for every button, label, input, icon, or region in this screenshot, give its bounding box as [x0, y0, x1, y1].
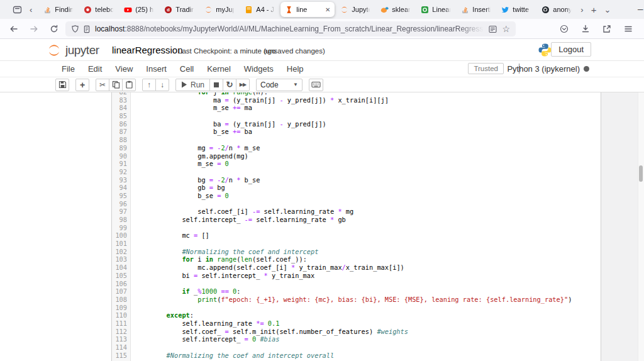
code-line-93[interactable]: bg = -2/n * b_se: [131, 176, 601, 184]
logout-button[interactable]: Logout: [551, 42, 591, 57]
code-line-91[interactable]: m_se = 0: [131, 160, 601, 168]
scroll-tabs-left-icon[interactable]: ‹: [26, 6, 36, 14]
close-tab-icon[interactable]: ✕: [325, 6, 330, 13]
code-line-97[interactable]: self.coef_[i] -= self.learning_rate * mg: [131, 208, 601, 216]
browser-tab-anony[interactable]: anony: [537, 2, 576, 17]
code-line-88[interactable]: [131, 136, 601, 144]
move-up-button[interactable]: ↑: [142, 79, 156, 91]
browser-tab-line[interactable]: line✕: [280, 2, 335, 17]
cell-type-select[interactable]: Code▼: [256, 79, 303, 91]
browser-tab-jupyte[interactable]: Jupyte: [336, 2, 375, 17]
menu-hamburger-icon[interactable]: [618, 25, 639, 33]
browser-tab-25-h[interactable]: (25) h: [119, 2, 158, 17]
browser-tab-sklear[interactable]: sklear: [376, 2, 415, 17]
paste-button[interactable]: [122, 79, 136, 91]
menu-file[interactable]: File: [62, 64, 75, 74]
tab-overview-icon[interactable]: [9, 5, 26, 14]
tracking-shield-icon[interactable]: [71, 25, 79, 33]
code-line-89[interactable]: mg = -2/n * m_se: [131, 144, 601, 152]
code-line-113[interactable]: self.intercept_ = 0 #bias: [131, 335, 601, 343]
reload-icon[interactable]: [44, 25, 64, 33]
browser-tab-tradin[interactable]: dTradin: [160, 2, 199, 17]
browser-tab-inserti[interactable]: Inserti: [457, 2, 496, 17]
menu-help[interactable]: Help: [287, 64, 304, 74]
bookmark-star-icon[interactable]: ☆: [502, 25, 510, 33]
code-line-106[interactable]: [131, 280, 601, 288]
downloads-icon[interactable]: [575, 25, 596, 33]
code-line-103[interactable]: for i in range(len(self.coef_)):: [131, 255, 601, 264]
code-line-102[interactable]: #Normalizing the coef and intercept: [131, 248, 601, 256]
code-line-87[interactable]: b_se += ba: [131, 128, 601, 136]
forward-icon[interactable]: [24, 25, 44, 33]
interrupt-button[interactable]: [209, 79, 223, 91]
browser-tab-twitte[interactable]: twitte: [497, 2, 536, 17]
code-line-104[interactable]: mc.append(self.coef_[i] * y_train_max/x_…: [131, 264, 601, 272]
new-tab-icon[interactable]: +: [587, 5, 601, 14]
code-line-83[interactable]: ma = (y_train[j] - y_pred[j]) * x_train[…: [131, 96, 601, 104]
menu-cell[interactable]: Cell: [180, 64, 194, 74]
scrollbar-thumb[interactable]: [639, 165, 643, 182]
line-number: 115: [112, 352, 130, 360]
code-line-99[interactable]: [131, 224, 601, 232]
code-line-109[interactable]: [131, 304, 601, 312]
code-editor[interactable]: for j in range(n): ma = (y_train[j] - y_…: [131, 92, 601, 361]
back-icon[interactable]: [4, 25, 24, 33]
kernel-name[interactable]: Python 3 (ipykernel): [507, 64, 580, 74]
command-palette-button[interactable]: [309, 79, 323, 91]
page-info-icon[interactable]: [83, 25, 91, 33]
restart-run-all-button[interactable]: ▶▶: [236, 79, 250, 91]
menu-widgets[interactable]: Widgets: [244, 64, 274, 74]
move-down-button[interactable]: ↓: [155, 79, 169, 91]
browser-tab-a4-j[interactable]: A4 - J: [240, 2, 279, 17]
code-line-92[interactable]: [131, 168, 601, 176]
url-bar[interactable]: localhost:8888/notebooks/myJupyterWorld/…: [65, 21, 516, 36]
menu-edit[interactable]: Edit: [88, 64, 102, 74]
browser-tab-telebo[interactable]: telebo: [79, 2, 118, 17]
reader-view-icon[interactable]: [489, 25, 497, 33]
jupyter-logo[interactable]: jupyter: [47, 43, 99, 58]
code-cell[interactable]: 8283848586878889909192939495969798991001…: [111, 92, 601, 361]
code-line-101[interactable]: [131, 240, 601, 248]
code-line-90[interactable]: gm.append(mg): [131, 152, 601, 160]
pocket-icon[interactable]: [553, 25, 575, 33]
code-line-112[interactable]: self.coef_ = self.m_init(self.number_of_…: [131, 328, 601, 336]
browser-tab-findin[interactable]: Findin: [39, 2, 78, 17]
add-cell-button[interactable]: +: [75, 79, 89, 91]
menu-view[interactable]: View: [115, 64, 133, 74]
tab-label: anony: [553, 6, 572, 13]
save-button[interactable]: [55, 79, 69, 91]
code-line-107[interactable]: if _%1000 == 0:: [131, 287, 601, 296]
code-line-105[interactable]: bi = self.intercept_ * y_train_max: [131, 272, 601, 280]
code-line-115[interactable]: #Normalizing the coef and intercept over…: [131, 352, 601, 360]
browser-tab-linear[interactable]: Linear: [416, 2, 455, 17]
code-line-100[interactable]: mc = []: [131, 231, 601, 240]
code-line-98[interactable]: self.intercept_ -= self.learning_rate * …: [131, 216, 601, 224]
code-line-110[interactable]: except:: [131, 311, 601, 319]
code-line-95[interactable]: b_se = 0: [131, 192, 601, 200]
list-all-tabs-icon[interactable]: ⌄: [600, 6, 614, 14]
scroll-tabs-right-icon[interactable]: ›: [577, 6, 587, 14]
code-line-108[interactable]: print(f"epoch: {_+1}, weight: {mc}, bias…: [131, 296, 601, 304]
code-line-96[interactable]: [131, 200, 601, 208]
copy-button[interactable]: [109, 79, 123, 91]
code-line-111[interactable]: self.learning_rate *= 0.1: [131, 319, 601, 328]
run-button[interactable]: Run: [175, 79, 210, 91]
tab-label: Linear: [432, 6, 451, 13]
add-cell-icon: +: [80, 80, 85, 90]
trusted-badge[interactable]: Trusted: [468, 63, 504, 74]
menu-insert[interactable]: Insert: [146, 64, 167, 74]
notebook-title[interactable]: linearRegression: [112, 45, 183, 55]
code-line-114[interactable]: [131, 343, 601, 352]
menu-kernel[interactable]: Kernel: [207, 64, 231, 74]
cut-button[interactable]: ✂: [96, 79, 109, 91]
scrollbar[interactable]: [638, 92, 644, 361]
code-line-86[interactable]: ba = (y_train[j] - y_pred[j]): [131, 120, 601, 128]
code-line-94[interactable]: gb = bg: [131, 184, 601, 192]
code-line-84[interactable]: m_se += ma: [131, 104, 601, 112]
restart-button[interactable]: ↻: [223, 79, 236, 91]
python-logo-icon: [538, 43, 552, 57]
share-icon[interactable]: [596, 25, 618, 33]
code-line-85[interactable]: [131, 112, 601, 120]
minimize-icon[interactable]: ─: [631, 5, 644, 14]
browser-tab-myjup[interactable]: myJup: [200, 2, 239, 17]
